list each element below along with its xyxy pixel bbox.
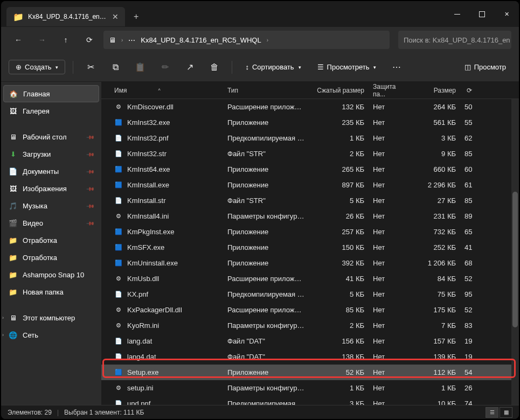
sidebar-item-thispc[interactable]: ›🖥Этот компьютер (3, 309, 99, 326)
column-protection[interactable]: Защита па... (369, 83, 414, 98)
chevron-right-icon[interactable]: › (2, 332, 4, 338)
file-list[interactable]: ⚙KmDiscover.dll Расширение приложения 13… (101, 99, 519, 405)
file-size: 660 КБ (414, 165, 460, 173)
scrollbar[interactable] (511, 99, 519, 405)
file-size: 231 КБ (414, 212, 460, 220)
file-type: Приложение (223, 259, 309, 267)
file-row[interactable]: 📄lang4.dat Файл "DAT" 138 КБ Нет 139 КБ … (101, 349, 517, 365)
grid-view-button[interactable]: ▦ (500, 407, 512, 418)
file-size: 3 КБ (414, 134, 460, 142)
ellipsis-icon[interactable]: ⋯ (128, 36, 135, 44)
details-view-button[interactable]: ☰ (486, 407, 498, 418)
file-row[interactable]: ⚙KmDiscover.dll Расширение приложения 13… (101, 99, 517, 115)
file-icon: 📄 (114, 400, 123, 405)
file-protection: Нет (369, 181, 414, 189)
file-extra: 65 (460, 228, 476, 236)
file-row[interactable]: 📄lang.dat Файл "DAT" 156 КБ Нет 157 КБ 1… (101, 333, 517, 349)
pictures-icon: 🖼 (9, 185, 17, 193)
sidebar-item-music[interactable]: 🎵Музыка📌 (3, 197, 99, 214)
close-tab-icon[interactable]: ✕ (112, 12, 119, 21)
file-row[interactable]: 📄KX.pnf Предкомпилируемая ин... 5 КБ Нет… (101, 286, 517, 302)
new-button[interactable]: ⊕ Создать ▾ (9, 60, 65, 74)
scrollbar-thumb[interactable] (512, 192, 518, 327)
sort-button[interactable]: ↕ Сортировать ▾ (240, 60, 306, 74)
chevron-right-icon[interactable]: › (2, 315, 4, 320)
close-button[interactable]: ✕ (494, 1, 519, 27)
file-row[interactable]: ⚙KxPackagerDll.dll Расширение приложения… (101, 302, 517, 318)
sidebar-item-gallery[interactable]: 🖼Галерея (3, 102, 99, 120)
plus-circle-icon: ⊕ (16, 63, 22, 71)
file-row[interactable]: 🟦Setup.exe Приложение 52 КБ Нет 112 КБ 5… (101, 365, 517, 380)
file-row[interactable]: ⚙KyoRm.ini Параметры конфигурац... 2 КБ … (101, 318, 517, 333)
up-button[interactable]: ↑ (56, 30, 75, 50)
forward-button[interactable]: → (32, 30, 52, 50)
sidebar-item-folder[interactable]: 📁Отработка (3, 249, 99, 266)
file-row[interactable]: 📄upd.pnf Предкомпилируемая ин... 3 КБ Не… (101, 396, 517, 405)
file-name: KmInstall4.ini (127, 212, 169, 220)
delete-button[interactable]: 🗑 (205, 58, 224, 77)
file-protection: Нет (369, 368, 414, 376)
paste-button[interactable]: 📋 (130, 58, 150, 77)
folder-icon: 📁 (13, 12, 24, 22)
copy-button[interactable]: ⧉ (106, 58, 125, 77)
sidebar-item-pictures[interactable]: 🖼Изображения📌 (3, 180, 99, 197)
new-tab-button[interactable]: + (134, 12, 138, 22)
file-protection: Нет (369, 400, 414, 405)
file-extra: 89 (460, 212, 476, 220)
file-row[interactable]: 📄KmInstall.str Файл "STR" 5 КБ Нет 27 КБ… (101, 193, 517, 208)
file-row[interactable]: ⚙KmUsb.dll Расширение приложения 41 КБ Н… (101, 271, 517, 286)
file-row[interactable]: 🟦KmInst64.exe Приложение 265 КБ Нет 660 … (101, 162, 517, 177)
refresh-button[interactable]: ⟳ (80, 30, 99, 50)
sidebar-item-videos[interactable]: 🎬Видео📌 (3, 214, 99, 232)
file-name: KyoRm.ini (127, 321, 159, 330)
file-protection: Нет (369, 306, 414, 314)
file-name: KxPackagerDll.dll (127, 306, 182, 314)
cut-button[interactable]: ✂ (81, 58, 100, 77)
pin-icon: 📌 (86, 219, 95, 227)
preview-pane-button[interactable]: ◫ Просмотр (459, 60, 511, 74)
file-row[interactable]: 🟦KmUninstall.exe Приложение 392 КБ Нет 1… (101, 255, 517, 271)
file-icon: 🟦 (114, 368, 123, 377)
maximize-button[interactable] (469, 1, 494, 27)
file-name: KmUninstall.exe (127, 259, 178, 267)
sidebar-item-documents[interactable]: 📄Документы📌 (3, 163, 99, 180)
view-icon: ☰ (317, 63, 324, 71)
file-row[interactable]: 🟦KmSFX.exe Приложение 150 КБ Нет 252 КБ … (101, 240, 517, 255)
rename-button[interactable]: ✏ (155, 58, 175, 77)
search-input[interactable]: Поиск в: Kx84_UPD_8.4.1716_en (398, 31, 511, 49)
file-row[interactable]: ⚙setup.ini Параметры конфигурац... 1 КБ … (101, 380, 517, 396)
file-row[interactable]: 🟦KmPkgInst.exe Приложение 257 КБ Нет 732… (101, 224, 517, 240)
column-type[interactable]: Тип (223, 87, 309, 94)
sidebar-item-downloads[interactable]: ⬇Загрузки📌 (3, 145, 99, 163)
sidebar-item-desktop[interactable]: 🖥Рабочий стол📌 (3, 128, 99, 145)
svg-rect-1 (479, 11, 484, 17)
file-extra: 26 (460, 384, 476, 392)
sidebar-item-folder[interactable]: 📁Отработка (3, 232, 99, 249)
column-size[interactable]: Размер (414, 87, 460, 94)
sidebar-item-folder[interactable]: 📁Ashampoo Snap 10 (3, 266, 99, 283)
file-row[interactable]: 🟦KmInstall.exe Приложение 897 КБ Нет 2 2… (101, 177, 517, 193)
file-name: KX.pnf (127, 290, 148, 298)
share-button[interactable]: ↗ (180, 58, 199, 77)
sidebar-item-folder[interactable]: 📁Новая папка (3, 283, 99, 300)
address-bar[interactable]: 🖥 › ⋯ Kx84_UPD_8.4.1716_en_RC5_WHQL › (103, 31, 390, 49)
sidebar-item-network[interactable]: ›🌐Сеть (3, 326, 99, 344)
column-extra[interactable]: ⟳ (460, 87, 476, 94)
sidebar-item-home[interactable]: 🏠Главная (3, 85, 99, 102)
back-button[interactable]: ← (9, 30, 28, 50)
column-name[interactable]: Имя^ (110, 87, 223, 94)
file-row[interactable]: 🟦KmInst32.exe Приложение 235 КБ Нет 561 … (101, 115, 517, 130)
column-compressed-size[interactable]: Сжатый размер (309, 87, 369, 94)
more-button[interactable]: ⋯ (387, 58, 406, 77)
tab-active[interactable]: 📁 Kx84_UPD_8.4.1716_en_RC5_W ✕ (6, 7, 125, 26)
minimize-button[interactable] (445, 1, 469, 27)
statusbar: Элементов: 29 | Выбран 1 элемент: 111 КБ… (1, 405, 519, 419)
view-button[interactable]: ☰ Просмотреть ▾ (312, 60, 382, 74)
file-row[interactable]: ⚙KmInstall4.ini Параметры конфигурац... … (101, 208, 517, 224)
address-folder[interactable]: Kx84_UPD_8.4.1716_en_RC5_WHQL (141, 36, 261, 44)
file-row[interactable]: 📄KmInst32.str Файл "STR" 2 КБ Нет 9 КБ 8… (101, 146, 517, 162)
network-icon: 🌐 (9, 331, 17, 339)
file-type: Предкомпилируемая ин... (223, 290, 309, 298)
file-row[interactable]: 📄KmInst32.pnf Предкомпилируемая ин... 1 … (101, 130, 517, 146)
file-name: KmDiscover.dll (127, 103, 174, 111)
